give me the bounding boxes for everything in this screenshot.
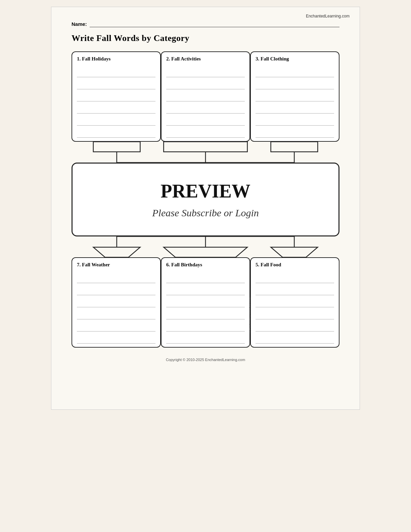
category-title-6: 6. Fall Birthdays: [166, 262, 245, 268]
write-line[interactable]: [77, 114, 155, 126]
write-line[interactable]: [166, 65, 245, 77]
write-line[interactable]: [256, 65, 334, 77]
write-line[interactable]: [256, 331, 334, 344]
write-lines-1: [77, 65, 155, 138]
site-url: EnchantedLearning.com: [306, 14, 350, 18]
page: EnchantedLearning.com Name: Write Fall W…: [51, 7, 360, 410]
category-box-6: 6. Fall Birthdays ©EnchantedLearning.com: [161, 257, 250, 348]
category-box-7: 7. Fall Weather: [72, 257, 161, 348]
top-connector-svg: [72, 142, 339, 163]
write-line[interactable]: [166, 114, 245, 126]
footer: Copyright © 2010-2025 EnchantedLearning.…: [72, 358, 339, 362]
svg-rect-2: [164, 142, 247, 152]
preview-subtitle: Please Subscribe or Login: [152, 207, 259, 219]
category-box-2: 2. Fall Activities: [161, 51, 250, 142]
svg-marker-11: [164, 247, 247, 257]
write-line[interactable]: [166, 101, 245, 114]
write-line[interactable]: [77, 77, 155, 89]
write-line[interactable]: [77, 126, 155, 138]
write-lines-3: [256, 65, 334, 138]
write-line[interactable]: [166, 283, 245, 295]
category-title-7: 7. Fall Weather: [77, 262, 155, 268]
write-line[interactable]: [166, 126, 245, 138]
write-line[interactable]: [256, 126, 334, 138]
write-lines-6: [166, 271, 245, 344]
write-line[interactable]: [77, 89, 155, 101]
top-boxes: 1. Fall Holidays 2. Fall Activities: [72, 51, 339, 142]
category-title-3: 3. Fall Clothing: [256, 56, 334, 62]
write-line[interactable]: [166, 295, 245, 307]
diagram: 1. Fall Holidays 2. Fall Activities: [72, 51, 339, 348]
write-line[interactable]: [256, 307, 334, 319]
category-title-2: 2. Fall Activities: [166, 56, 245, 62]
write-line[interactable]: [77, 283, 155, 295]
svg-marker-9: [93, 247, 140, 257]
write-line[interactable]: [77, 331, 155, 344]
bottom-boxes: 7. Fall Weather 6. Fall Birthdays: [72, 257, 339, 348]
write-line[interactable]: [77, 271, 155, 283]
write-line[interactable]: [166, 77, 245, 89]
name-row: Name:: [72, 20, 339, 27]
page-title: Write Fall Words by Category: [72, 33, 339, 43]
category-title-1: 1. Fall Holidays: [77, 56, 155, 62]
write-line[interactable]: [77, 319, 155, 331]
category-box-1: 1. Fall Holidays: [72, 51, 161, 142]
bottom-connector-svg: [72, 236, 339, 257]
write-line[interactable]: [256, 295, 334, 307]
write-line[interactable]: [256, 89, 334, 101]
preview-title: PREVIEW: [161, 180, 250, 202]
center-preview-box: PREVIEW Please Subscribe or Login: [72, 163, 339, 236]
write-line[interactable]: [166, 271, 245, 283]
write-line[interactable]: [256, 77, 334, 89]
write-line[interactable]: [77, 295, 155, 307]
write-line[interactable]: [256, 101, 334, 114]
write-line[interactable]: [166, 89, 245, 101]
name-underline: [90, 20, 339, 27]
category-box-3: 3. Fall Clothing: [250, 51, 339, 142]
write-line[interactable]: [256, 283, 334, 295]
write-line[interactable]: [256, 114, 334, 126]
write-line[interactable]: [77, 307, 155, 319]
write-line[interactable]: [256, 319, 334, 331]
write-line[interactable]: [77, 101, 155, 114]
category-box-5: 5. Fall Food: [250, 257, 339, 348]
write-lines-5: [256, 271, 334, 344]
category-title-5: 5. Fall Food: [256, 262, 334, 268]
write-lines-2: [166, 65, 245, 138]
write-line[interactable]: [166, 319, 245, 331]
write-line[interactable]: [77, 65, 155, 77]
write-line[interactable]: [166, 307, 245, 319]
svg-marker-13: [271, 247, 318, 257]
name-label: Name:: [72, 21, 87, 27]
svg-rect-0: [93, 142, 140, 152]
svg-rect-4: [271, 142, 318, 152]
write-lines-7: [77, 271, 155, 344]
write-line[interactable]: [256, 271, 334, 283]
write-line[interactable]: [166, 331, 245, 344]
